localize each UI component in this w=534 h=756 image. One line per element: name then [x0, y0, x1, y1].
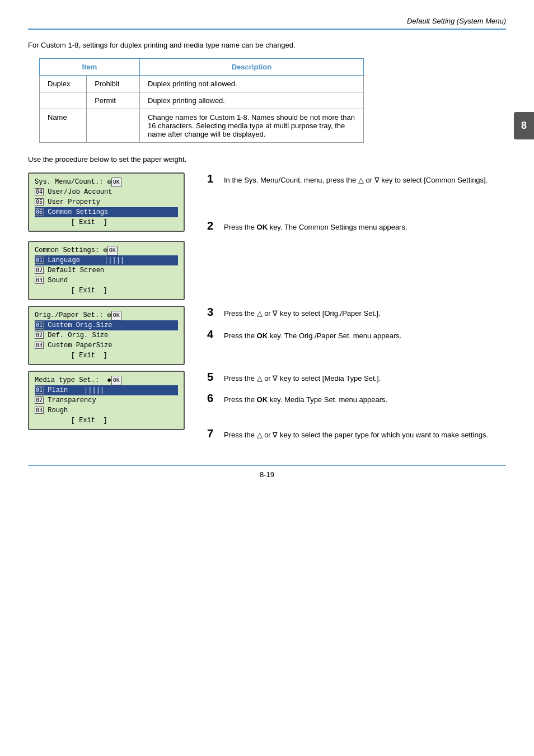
- table-cell-desc1: Duplex printing not allowed.: [139, 76, 363, 92]
- lcd-line: 02 Def. Orig. Size: [35, 330, 178, 340]
- steps-text-col-1-2: 1 In the Sys. Menu/Count. menu, press th…: [196, 172, 506, 300]
- step-desc-5: Press the △ or ∇ key to select [Media Ty…: [224, 371, 381, 384]
- lcd-line: 03 Sound: [35, 276, 178, 286]
- lcd-screen-2: Common Settings: ❂OK 01 Language ||||| 0…: [28, 241, 185, 300]
- lcd-line: [ Exit ]: [35, 286, 178, 296]
- step-desc-1: In the Sys. Menu/Count. menu, press the …: [224, 172, 488, 186]
- table-cell-desc3: Change names for Custom 1-8. Names shoul…: [139, 109, 363, 143]
- step-number-3: 3: [207, 306, 224, 319]
- step-4: 4 Press the OK key. The Orig./Paper Set.…: [207, 328, 506, 342]
- step-desc-6: Press the OK key. Media Type Set. menu a…: [224, 392, 387, 405]
- step-desc-3: Press the △ or ∇ key to select [Orig./Pa…: [224, 306, 381, 319]
- step-1: 1 In the Sys. Menu/Count. menu, press th…: [207, 172, 506, 186]
- lcd-line: 02 Transparency: [35, 395, 178, 405]
- lcd-line: [ Exit ]: [35, 416, 178, 426]
- lcd-line: 05 User Property: [35, 197, 178, 207]
- steps-block-3-4: Orig./Paper Set.: ❂OK 01 Custom Orig.Siz…: [28, 306, 506, 365]
- table-header-item: Item: [40, 59, 140, 76]
- lcd-line: Sys. Menu/Count.: ❂OK: [35, 177, 178, 187]
- lcd-screen-3: Orig./Paper Set.: ❂OK 01 Custom Orig.Siz…: [28, 306, 185, 365]
- lcd-line-highlighted: 06 Common Settings: [35, 207, 178, 217]
- lcd-line: [ Exit ]: [35, 351, 178, 361]
- table-cell-name-sub: [87, 109, 140, 143]
- steps-block-1-2: Sys. Menu/Count.: ❂OK 04 User/Job Accoun…: [28, 172, 506, 300]
- lcd-line-highlighted: 01 Language |||||: [35, 255, 178, 265]
- step-2: 2 Press the OK key. The Common Settings …: [207, 220, 506, 233]
- ok-badge: OK: [111, 311, 121, 320]
- ok-badge: OK: [111, 376, 121, 385]
- lcd-line: 03 Custom PaperSize: [35, 340, 178, 351]
- step-desc-7: Press the △ or ∇ key to select the paper…: [224, 427, 488, 441]
- chapter-tab: 8: [514, 112, 534, 139]
- step-number-6: 6: [207, 392, 224, 405]
- lcd-line-highlighted: 01 Plain |||||: [35, 385, 178, 395]
- table-cell-duplex: Duplex: [40, 76, 87, 92]
- lcd-line: Orig./Paper Set.: ❂OK: [35, 310, 178, 320]
- table-cell-permit: Permit: [87, 92, 140, 109]
- steps-text-col-3-4: 3 Press the △ or ∇ key to select [Orig./…: [196, 306, 506, 365]
- lcd-line: 04 User/Job Account: [35, 187, 178, 197]
- step-number-2: 2: [207, 220, 224, 232]
- table-row: Name Change names for Custom 1-8. Names …: [40, 109, 364, 143]
- page: Default Setting (System Menu) 8 For Cust…: [0, 0, 534, 501]
- step-7: 7 Press the △ or ∇ key to select the pap…: [207, 427, 506, 441]
- step-number-1: 1: [207, 172, 224, 185]
- table-cell-prohibit: Prohibit: [87, 76, 140, 92]
- info-table: Item Description Duplex Prohibit Duplex …: [39, 58, 364, 143]
- screens-col-1-2: Sys. Menu/Count.: ❂OK 04 User/Job Accoun…: [28, 172, 196, 300]
- table-row: Permit Duplex printing allowed.: [40, 92, 364, 109]
- step-number-7: 7: [207, 427, 224, 440]
- table-header-description: Description: [139, 59, 363, 76]
- lcd-line: [ Exit ]: [35, 217, 178, 227]
- step-3: 3 Press the △ or ∇ key to select [Orig./…: [207, 306, 506, 319]
- step-number-4: 4: [207, 328, 224, 341]
- step-number-5: 5: [207, 371, 224, 384]
- table-cell-empty: [40, 92, 87, 109]
- table-cell-desc2: Duplex printing allowed.: [139, 92, 363, 109]
- ok-badge: OK: [111, 178, 121, 187]
- step-5: 5 Press the △ or ∇ key to select [Media …: [207, 371, 506, 384]
- lcd-screen-4: Media type Set.: ◆OK 01 Plain ||||| 02 T…: [28, 371, 185, 430]
- ok-badge: OK: [107, 246, 118, 255]
- intro-text: For Custom 1-8, settings for duplex prin…: [28, 41, 506, 49]
- table-cell-name: Name: [40, 109, 87, 143]
- lcd-line: 02 Default Screen: [35, 265, 178, 276]
- steps-text-col-5-6-7: 5 Press the △ or ∇ key to select [Media …: [196, 371, 506, 449]
- lcd-screen-1: Sys. Menu/Count.: ❂OK 04 User/Job Accoun…: [28, 172, 185, 232]
- step-desc-4: Press the OK key. The Orig./Paper Set. m…: [224, 328, 401, 342]
- header-title: Default Setting (System Menu): [407, 17, 506, 25]
- lcd-line-highlighted: 01 Custom Orig.Size: [35, 320, 178, 330]
- lcd-line: Media type Set.: ◆OK: [35, 375, 178, 385]
- procedure-text: Use the procedure below to set the paper…: [28, 155, 506, 164]
- step-6: 6 Press the OK key. Media Type Set. menu…: [207, 392, 506, 405]
- lcd-line: 03 Rough: [35, 405, 178, 416]
- page-header: Default Setting (System Menu): [28, 17, 506, 30]
- lcd-line: Common Settings: ❂OK: [35, 245, 178, 255]
- table-row: Duplex Prohibit Duplex printing not allo…: [40, 76, 364, 92]
- chapter-number: 8: [521, 120, 527, 131]
- screens-col-3: Orig./Paper Set.: ❂OK 01 Custom Orig.Siz…: [28, 306, 196, 365]
- screens-col-4: Media type Set.: ◆OK 01 Plain ||||| 02 T…: [28, 371, 196, 449]
- steps-block-5-6-7: Media type Set.: ◆OK 01 Plain ||||| 02 T…: [28, 371, 506, 449]
- step-desc-2: Press the OK key. The Common Settings me…: [224, 220, 407, 233]
- page-footer: 8-19: [28, 465, 506, 479]
- page-number: 8-19: [260, 470, 274, 479]
